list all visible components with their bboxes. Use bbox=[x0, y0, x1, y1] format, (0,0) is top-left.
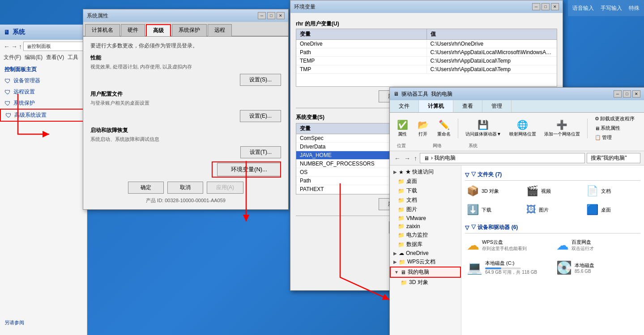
maximize-button[interactable]: □ bbox=[267, 12, 275, 19]
performance-settings-button[interactable]: 设置(S)... bbox=[240, 74, 281, 86]
ok-button[interactable]: 确定 bbox=[128, 182, 164, 194]
open-icon: 📂 bbox=[418, 119, 429, 130]
folder-pics[interactable]: 🖼 图片 bbox=[525, 202, 580, 217]
user-var-cell-1: Path bbox=[296, 48, 427, 56]
ribbon-tab-computer[interactable]: 计算机 bbox=[419, 100, 453, 112]
sidebar-database[interactable]: 📁 数据库 bbox=[390, 240, 461, 249]
tab-advanced[interactable]: 高级 bbox=[146, 24, 171, 36]
file-menu[interactable]: 文件(F) bbox=[4, 54, 21, 61]
startup-recovery-settings-button[interactable]: 设置(T)... bbox=[240, 146, 281, 158]
cp-path[interactable]: 🖥 控制面板 bbox=[23, 42, 83, 51]
ribbon-btn-map-network[interactable]: 🌐 映射网络位置 bbox=[507, 119, 539, 138]
tools-menu[interactable]: 工具 bbox=[68, 54, 78, 61]
env-variables-button[interactable]: 环境变量(N)... bbox=[217, 163, 281, 176]
sidebar-item-advanced-settings[interactable]: 🛡 高级系统设置 bbox=[0, 109, 87, 122]
explorer-forward-btn[interactable]: → bbox=[403, 154, 411, 163]
explorer-title-left: 🖥 驱动器工具 我的电脑 bbox=[393, 90, 452, 98]
ribbon-tab-file[interactable]: 文件 bbox=[390, 100, 419, 112]
env-maximize-button[interactable]: □ bbox=[542, 3, 550, 10]
collapse-drives-icon[interactable]: ▽ bbox=[465, 225, 469, 231]
tab-remote[interactable]: 远程 bbox=[208, 24, 232, 36]
3dobject-icon: 📦 bbox=[467, 185, 479, 197]
window-controls: ─ □ ✕ bbox=[258, 12, 285, 19]
user-val-cell-0: C:\Users\rhr\OneDrive bbox=[427, 40, 557, 48]
drive-wps-cloud[interactable]: ☁ WPS云盘 存到这里手机也能看到 bbox=[465, 236, 551, 254]
view-menu[interactable]: 查看(V) bbox=[46, 54, 64, 61]
advanced-settings-icon: 🛡 bbox=[5, 112, 12, 119]
apply-button[interactable]: 应用(A) bbox=[207, 182, 243, 194]
mypc-arrow: ▼ bbox=[394, 270, 399, 275]
edit-menu[interactable]: 编辑(E) bbox=[25, 54, 43, 61]
drive-c[interactable]: 💻 本地磁盘 (C:) 64.9 GB 可用，共 118 GB bbox=[465, 258, 551, 277]
sidebar-pics[interactable]: 📁 图片 bbox=[390, 205, 461, 214]
sidebar-zaixin[interactable]: 📁 zaixin bbox=[390, 222, 461, 230]
quick-access-item[interactable]: ▶ ★ ★ 快速访问 bbox=[390, 167, 461, 177]
up-icon[interactable]: ↑ bbox=[19, 43, 22, 50]
folder-docs[interactable]: 📄 文档 bbox=[584, 183, 640, 199]
env-minimize-button[interactable]: ─ bbox=[532, 3, 540, 10]
sidebar-docs[interactable]: 📁 文档 bbox=[390, 195, 461, 205]
explorer-close-button[interactable]: ✕ bbox=[632, 90, 640, 98]
user-var-row-1[interactable]: Path C:\Users\rhr\AppData\Local\Microsof… bbox=[296, 48, 557, 57]
sidebar-download[interactable]: 📁 下载 bbox=[390, 186, 461, 195]
forward-icon[interactable]: → bbox=[11, 43, 17, 50]
sidebar-onedrive[interactable]: ▶ ☁ OneDrive bbox=[390, 249, 461, 257]
sidebar-item-system-protect[interactable]: 🛡 系统保护 bbox=[0, 98, 87, 109]
ribbon-tab-manage[interactable]: 管理 bbox=[482, 100, 512, 112]
ribbon-btn-manage[interactable]: 📋 管理 bbox=[592, 133, 637, 142]
tab-hardware[interactable]: 硬件 bbox=[121, 24, 145, 36]
drive-baidu-cloud[interactable]: ☁ 百度网盘 双击运行才 bbox=[554, 236, 640, 254]
explorer-maximize-button[interactable]: □ bbox=[623, 90, 631, 98]
system-protect-icon: 🛡 bbox=[4, 100, 11, 107]
onedrive-cloud-icon: ☁ bbox=[399, 250, 404, 256]
ribbon-btn-media[interactable]: 💾 访问媒体驱动器▼ bbox=[463, 119, 504, 138]
drive-d[interactable]: 💽 本地磁盘 85.6 GB bbox=[554, 258, 640, 277]
user-var-row-0[interactable]: OneDrive C:\Users\rhr\OneDrive bbox=[296, 40, 557, 48]
sidebar-mypc[interactable]: ▼ 🖥 我的电脑 bbox=[390, 267, 461, 278]
user-var-row-3[interactable]: TMP C:\Users\rhr\AppData\Local\Temp bbox=[296, 65, 557, 74]
user-profile-settings-button[interactable]: 设置(E)... bbox=[240, 110, 281, 122]
ribbon-btn-open[interactable]: 📂 打开 bbox=[414, 119, 432, 138]
tab-computer-name[interactable]: 计算机名 bbox=[85, 24, 120, 36]
folder-desktop[interactable]: 🟦 桌面 bbox=[584, 202, 640, 217]
sidebar-item-device-manager[interactable]: 🛡 设备管理器 bbox=[0, 75, 87, 86]
tab-system-protect[interactable]: 系统保护 bbox=[172, 24, 207, 36]
special-icon[interactable]: 特殊 bbox=[629, 4, 640, 12]
user-val-cell-1: C:\Users\rhr\AppData\Local\Microsoft\Win… bbox=[427, 48, 557, 56]
sidebar-item-remote-settings[interactable]: 🛡 远程设置 bbox=[0, 86, 87, 98]
ribbon-tab-view[interactable]: 查看 bbox=[453, 100, 482, 112]
ribbon-btn-properties[interactable]: ✅ 属性 bbox=[393, 119, 411, 138]
explorer-up-btn[interactable]: ↑ bbox=[413, 154, 418, 163]
ribbon-btn-add-location[interactable]: ➕ 添加一个网络位置 bbox=[542, 119, 583, 138]
folder-3dobject[interactable]: 📦 3D 对象 bbox=[465, 183, 521, 199]
folder-video[interactable]: 🎬 视频 bbox=[525, 183, 580, 199]
ribbon-btn-sys-props[interactable]: 🖥 系统属性 bbox=[592, 124, 637, 132]
user-var-row-2[interactable]: TEMP C:\Users\rhr\AppData\Local\Temp bbox=[296, 57, 557, 65]
minimize-button[interactable]: ─ bbox=[258, 12, 266, 19]
close-button[interactable]: ✕ bbox=[277, 12, 285, 19]
handwrite-input-icon[interactable]: 手写输入 bbox=[601, 4, 622, 12]
sidebar-3dobjects[interactable]: 📁 3D 对象 bbox=[390, 278, 461, 287]
cancel-button[interactable]: 取消 bbox=[167, 182, 203, 194]
explorer-main: ▽ ▽ 文件夹 (7) 📦 3D 对象 🎬 视频 📄 文档 bbox=[461, 165, 644, 335]
ribbon-btn-uninstall[interactable]: ⚙ 卸载或更改程序 bbox=[592, 114, 637, 123]
explorer-back-btn[interactable]: ← bbox=[393, 154, 401, 163]
voice-input-icon[interactable]: 语音输入 bbox=[572, 4, 594, 12]
docs-folder-icon: 📁 bbox=[398, 197, 405, 204]
collapse-folders-icon[interactable]: ▽ bbox=[465, 172, 469, 178]
system-props-title: 系统属性 bbox=[87, 12, 108, 20]
folder-download[interactable]: ⬇️ 下载 bbox=[465, 202, 521, 217]
user-val-cell-2: C:\Users\rhr\AppData\Local\Temp bbox=[427, 57, 557, 65]
explorer-minimize-button[interactable]: ─ bbox=[614, 90, 622, 98]
sidebar-vmware[interactable]: 📁 VMware bbox=[390, 214, 461, 222]
ribbon-btn-rename[interactable]: ✏️ 重命名 bbox=[435, 119, 453, 138]
baidu-cloud-info: 百度网盘 双击运行才 bbox=[571, 239, 594, 252]
sidebar-power[interactable]: 📁 电力监控 bbox=[390, 230, 461, 240]
sidebar-wps[interactable]: ▶ 📁 WPS云文档 bbox=[390, 257, 461, 267]
back-icon[interactable]: ← bbox=[4, 43, 10, 50]
env-close-button[interactable]: ✕ bbox=[551, 3, 559, 10]
address-bar[interactable]: 🖥 › 我的电脑 bbox=[420, 153, 585, 163]
search-bar[interactable]: 搜索"我的电脑" bbox=[587, 153, 640, 163]
cp-footer[interactable]: 另请参阅 bbox=[4, 319, 24, 326]
sidebar-desktop[interactable]: 📁 桌面 bbox=[390, 177, 461, 186]
